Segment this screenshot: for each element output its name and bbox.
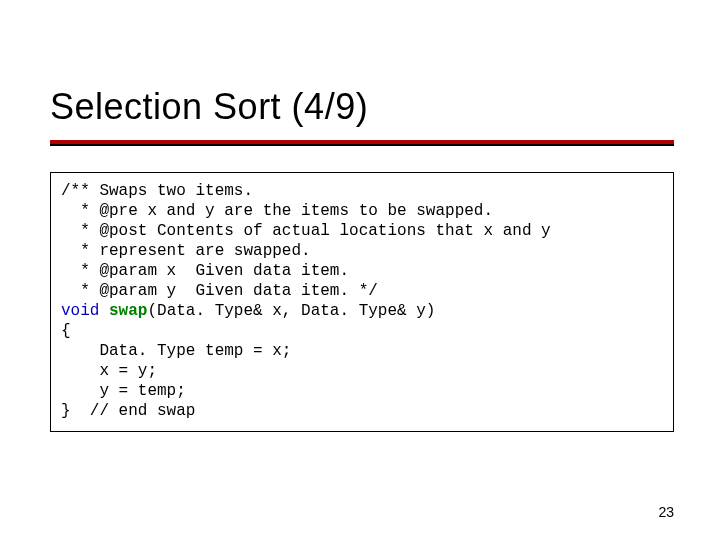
- code-line: y = temp;: [61, 382, 186, 400]
- code-line: * @param y Given data item. */: [61, 282, 378, 300]
- code-text: [99, 302, 109, 320]
- function-name-swap: swap: [109, 302, 147, 320]
- code-line: * represent are swapped.: [61, 242, 311, 260]
- code-line: Data. Type temp = x;: [61, 342, 291, 360]
- code-box: /** Swaps two items. * @pre x and y are …: [50, 172, 674, 432]
- code-block: /** Swaps two items. * @pre x and y are …: [61, 181, 663, 421]
- title-rule-black: [50, 144, 674, 146]
- code-line: * @pre x and y are the items to be swapp…: [61, 202, 493, 220]
- code-line: * @post Contents of actual locations tha…: [61, 222, 551, 240]
- keyword-void: void: [61, 302, 99, 320]
- code-text: (Data. Type& x, Data. Type& y): [147, 302, 435, 320]
- slide-title: Selection Sort (4/9): [50, 86, 368, 128]
- code-line: {: [61, 322, 71, 340]
- code-line: * @param x Given data item.: [61, 262, 349, 280]
- code-line: /** Swaps two items.: [61, 182, 253, 200]
- page-number: 23: [658, 504, 674, 520]
- code-line: } // end swap: [61, 402, 195, 420]
- slide: Selection Sort (4/9) /** Swaps two items…: [0, 0, 720, 540]
- code-line: x = y;: [61, 362, 157, 380]
